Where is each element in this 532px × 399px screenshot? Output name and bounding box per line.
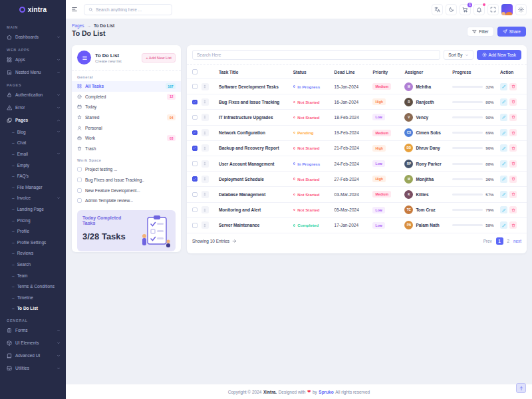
todo-list-starred[interactable]: Starred04 <box>72 112 181 123</box>
todo-list-work[interactable]: Work03 <box>72 133 181 144</box>
scroll-to-top-button[interactable] <box>516 383 526 393</box>
sidebar-subitem-invoice[interactable]: –Invoice <box>0 193 66 204</box>
brand-logo[interactable]: xintra <box>0 0 66 19</box>
edit-task-button[interactable] <box>500 191 507 198</box>
select-all-checkbox[interactable] <box>192 69 198 74</box>
drag-handle[interactable] <box>201 191 209 198</box>
row-checkbox[interactable] <box>192 115 198 120</box>
drag-handle[interactable] <box>201 83 209 90</box>
row-checkbox[interactable] <box>192 192 198 198</box>
task-search-input[interactable] <box>192 50 440 60</box>
edit-task-button[interactable] <box>500 176 507 183</box>
notifications-icon[interactable] <box>473 4 485 15</box>
user-avatar[interactable] <box>501 4 513 15</box>
sidebar-item-ui-elements[interactable]: UI Elements <box>0 336 66 349</box>
delete-task-button[interactable] <box>509 83 517 90</box>
delete-task-button[interactable] <box>509 98 517 106</box>
delete-task-button[interactable] <box>509 206 517 213</box>
drag-handle[interactable] <box>201 206 209 213</box>
sidebar-subitem-profile-settings[interactable]: –Profile Settings <box>0 237 66 248</box>
workspace-checkbox[interactable] <box>77 167 82 172</box>
sidebar-subitem-email[interactable]: –Email <box>0 148 66 160</box>
global-search[interactable] <box>84 4 172 15</box>
sidebar-item-error[interactable]: Error <box>0 101 66 114</box>
edit-task-button[interactable] <box>500 221 507 229</box>
sidebar-item-nested-menu[interactable]: Nested Menu <box>0 66 66 78</box>
drag-handle[interactable] <box>201 144 209 152</box>
drag-handle[interactable] <box>201 160 209 168</box>
pagination-page-1[interactable]: 1 <box>496 237 503 245</box>
row-checkbox[interactable] <box>192 176 198 182</box>
sidebar-subitem-faq-s[interactable]: –FAQ's <box>0 170 66 182</box>
sidebar-subitem-file-manager[interactable]: –File Manager <box>0 182 66 193</box>
settings-gear-icon[interactable] <box>515 4 527 15</box>
sidebar-item-pages[interactable]: Pages <box>0 114 66 126</box>
workspace-checkbox[interactable] <box>77 198 82 203</box>
edit-task-button[interactable] <box>500 114 507 121</box>
sidebar-subitem-profile[interactable]: –Profile <box>0 225 66 237</box>
row-checkbox[interactable] <box>192 130 198 136</box>
breadcrumb-pages-link[interactable]: Pages <box>72 23 84 28</box>
sidebar-item-advanced-ui[interactable]: Advanced UI <box>0 349 66 362</box>
sidebar-subitem-landing-page[interactable]: –Landing Page <box>0 203 66 215</box>
hamburger-menu-icon[interactable] <box>71 6 78 13</box>
row-checkbox[interactable] <box>192 207 198 213</box>
edit-task-button[interactable] <box>500 129 507 136</box>
workspace-item[interactable]: Bug Fixes and Issue Tracking.. <box>72 175 181 186</box>
drag-handle[interactable] <box>201 221 209 229</box>
todo-list-trash[interactable]: Trash <box>72 144 181 154</box>
delete-task-button[interactable] <box>509 144 517 152</box>
workspace-checkbox[interactable] <box>77 188 82 193</box>
add-new-list-button[interactable]: + Add New List <box>142 53 176 63</box>
workspace-item[interactable]: Admin Template review... <box>72 196 181 206</box>
dark-mode-icon[interactable] <box>446 4 457 15</box>
workspace-item[interactable]: New Feature Development... <box>72 185 181 196</box>
drag-handle[interactable] <box>201 98 209 106</box>
sidebar-subitem-pricing[interactable]: –Pricing <box>0 215 66 226</box>
drag-handle[interactable] <box>201 176 209 183</box>
row-checkbox[interactable] <box>192 100 198 105</box>
sidebar-subitem-empty[interactable]: –Empty <box>0 160 66 171</box>
filter-button[interactable]: Filter <box>467 27 493 37</box>
row-checkbox[interactable] <box>192 84 198 89</box>
todo-list-personal[interactable]: Personal <box>72 122 181 133</box>
sidebar-subitem-timeline[interactable]: –Timeline <box>0 292 66 303</box>
row-checkbox[interactable] <box>192 146 198 151</box>
sidebar-subitem-team[interactable]: –Team <box>0 270 66 281</box>
edit-task-button[interactable] <box>500 160 507 168</box>
sidebar-subitem-blog[interactable]: –Blog <box>0 126 66 138</box>
global-search-input[interactable] <box>96 7 168 12</box>
workspace-item[interactable]: Project testing ... <box>72 164 181 175</box>
edit-task-button[interactable] <box>500 83 507 90</box>
edit-task-button[interactable] <box>500 206 507 213</box>
delete-task-button[interactable] <box>509 129 517 136</box>
share-button[interactable]: Share <box>497 27 526 37</box>
todo-list-all-tasks[interactable]: All Tasks167 <box>72 81 181 92</box>
sidebar-item-forms[interactable]: Forms <box>0 324 66 336</box>
sort-by-dropdown[interactable]: Sort By <box>444 50 473 60</box>
translate-icon[interactable] <box>432 4 443 15</box>
sidebar-subitem-reviews[interactable]: –Reviews <box>0 248 66 259</box>
footer-designer-link[interactable]: Spruko <box>319 390 333 394</box>
drag-handle[interactable] <box>201 129 209 136</box>
sidebar-item-apps[interactable]: Apps <box>0 53 66 66</box>
cart-icon[interactable]: 5 <box>460 4 471 15</box>
pagination-page-2[interactable]: 2 <box>507 239 510 243</box>
sidebar-subitem-terms-conditions[interactable]: –Terms & Conditions <box>0 281 66 292</box>
sidebar-subitem-search[interactable]: –Search <box>0 259 66 270</box>
sidebar-subitem-to-do-list[interactable]: –To Do List <box>0 303 66 315</box>
delete-task-button[interactable] <box>509 176 517 183</box>
row-checkbox[interactable] <box>192 161 198 166</box>
todo-list-today[interactable]: Today <box>72 102 181 112</box>
drag-handle[interactable] <box>201 114 209 121</box>
workspace-checkbox[interactable] <box>77 178 82 182</box>
edit-task-button[interactable] <box>500 98 507 106</box>
sidebar-subitem-chat[interactable]: –Chat <box>0 138 66 149</box>
edit-task-button[interactable] <box>500 144 507 152</box>
delete-task-button[interactable] <box>509 160 517 168</box>
row-checkbox[interactable] <box>192 223 198 228</box>
delete-task-button[interactable] <box>509 221 517 229</box>
sidebar-item-authentication[interactable]: Authentication <box>0 88 66 101</box>
add-new-task-button[interactable]: Add New Task <box>477 50 521 60</box>
fullscreen-icon[interactable] <box>487 4 499 15</box>
